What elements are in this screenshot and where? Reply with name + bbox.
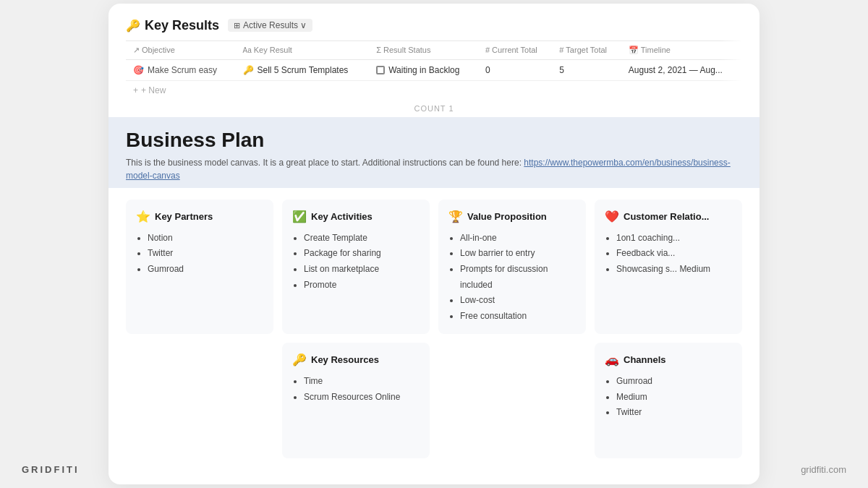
key-activities-header: ✅ Key Activities [292, 210, 420, 223]
check-icon: ✅ [292, 210, 307, 223]
kr-header: 🔑 Key Results ⊞ Active Results ∨ [126, 18, 742, 33]
key-icon2: 🔑 [243, 65, 254, 75]
list-item: List on marketplace [304, 262, 420, 278]
col-timeline: 📅 Timeline [621, 40, 742, 59]
customer-relations-header: ❤️ Customer Relatio... [605, 210, 732, 223]
key-resources-header: 🔑 Key Resources [292, 353, 420, 367]
table-icon: ⊞ [234, 21, 240, 30]
sigma-icon: Σ [376, 46, 381, 54]
plus-icon: + [133, 85, 138, 95]
channels-list: Gumroad Medium Twitter [605, 374, 732, 421]
canvas-grid-top: ⭐ Key Partners Notion Twitter Gumroad ✅ … [109, 188, 760, 335]
bp-title: Business Plan [126, 129, 742, 152]
list-item: Medium [616, 390, 732, 406]
heart-icon: ❤️ [605, 210, 619, 223]
star-icon: ⭐ [136, 210, 150, 223]
channels-title: Channels [624, 354, 666, 365]
key-resources-icon: 🔑 [292, 353, 307, 367]
bp-header: Business Plan This is the business model… [109, 117, 760, 188]
business-plan-section: Business Plan This is the business model… [109, 117, 760, 471]
hash-icon1: # [485, 46, 490, 54]
list-item: Promote [304, 278, 420, 294]
active-results-badge[interactable]: ⊞ Active Results ∨ [228, 19, 312, 32]
list-item: Scrum Resources Online [304, 390, 420, 406]
canvas-card-value-prop: 🏆 Value Proposition All-in-one Low barri… [438, 200, 586, 335]
list-item: Free consultation [460, 309, 576, 325]
channels-icon: 🚗 [605, 353, 619, 367]
count-row: COUNT 1 [126, 100, 742, 117]
canvas-card-channels: 🚗 Channels Gumroad Medium Twitter [595, 343, 742, 458]
value-prop-title: Value Proposition [467, 211, 547, 222]
canvas-card-customer-relations: ❤️ Customer Relatio... 1on1 coaching... … [595, 200, 742, 335]
key-activities-title: Key Activities [311, 211, 373, 222]
aa-icon: Aa [243, 46, 252, 54]
list-item: Twitter [616, 405, 732, 421]
list-item: Package for sharing [304, 246, 420, 262]
value-prop-header: 🏆 Value Proposition [448, 210, 576, 223]
status-dot [376, 66, 385, 74]
key-resources-list: Time Scrum Resources Online [292, 374, 420, 405]
cell-status: Waiting in Backlog [369, 59, 478, 80]
brand-right: gridfiti.com [801, 464, 846, 475]
new-label: + New [141, 85, 166, 95]
channels-header: 🚗 Channels [605, 353, 732, 367]
hash-icon2: # [559, 46, 563, 54]
kr-title: 🔑 Key Results [126, 18, 219, 33]
list-item: Low barrier to entry [460, 246, 576, 262]
bp-desc-text: This is the business model canvas. It is… [126, 158, 522, 168]
list-item: Gumroad [148, 262, 263, 278]
brand-left: GRIDFITI [22, 464, 80, 475]
new-row-button[interactable]: + + New [126, 81, 742, 100]
list-item: Twitter [148, 246, 263, 262]
cell-current: 0 [478, 59, 552, 80]
target-icon: 🎯 [133, 65, 144, 75]
customer-relations-title: Customer Relatio... [624, 211, 709, 222]
list-item: Notion [148, 231, 263, 247]
list-item: All-in-one [460, 231, 576, 247]
key-results-section: 🔑 Key Results ⊞ Active Results ∨ ↗ Objec… [109, 4, 760, 117]
main-card: 🔑 Key Results ⊞ Active Results ∨ ↗ Objec… [109, 4, 760, 485]
trophy-icon: 🏆 [448, 210, 463, 223]
kr-title-text: Key Results [145, 18, 219, 33]
bp-desc: This is the business model canvas. It is… [126, 156, 742, 182]
cell-objective: 🎯 Make Scrum easy [126, 59, 236, 80]
col-target: # Target Total [552, 40, 621, 59]
list-item: Low-cost [460, 293, 576, 309]
key-partners-header: ⭐ Key Partners [136, 210, 263, 223]
kr-table: ↗ Objective Aa Key Result [126, 40, 742, 81]
cell-target: 5 [552, 59, 621, 80]
list-item: Gumroad [616, 374, 732, 390]
value-prop-list: All-in-one Low barrier to entry Prompts … [448, 231, 576, 325]
canvas-card-key-resources: 🔑 Key Resources Time Scrum Resources Onl… [282, 343, 430, 458]
canvas-card-key-partners: ⭐ Key Partners Notion Twitter Gumroad [126, 200, 273, 335]
col-current: # Current Total [478, 40, 552, 59]
key-partners-list: Notion Twitter Gumroad [136, 231, 263, 278]
canvas-grid-bottom: 🔑 Key Resources Time Scrum Resources Onl… [109, 334, 760, 470]
key-icon: 🔑 [126, 19, 140, 33]
key-resources-title: Key Resources [311, 354, 379, 365]
badge-label: Active Results ∨ [243, 20, 307, 30]
list-item: Showcasing s... Medium [616, 262, 732, 278]
cell-keyresult: 🔑 Sell 5 Scrum Templates [236, 59, 370, 80]
list-item: Prompts for discussion included [460, 262, 576, 293]
calendar-icon: 📅 [629, 46, 639, 55]
customer-relations-list: 1on1 coaching... Feedback via... Showcas… [605, 231, 732, 278]
cell-timeline: August 2, 2021 — Aug... [621, 59, 742, 80]
count-label: COUNT 1 [414, 104, 454, 113]
list-item: 1on1 coaching... [616, 231, 732, 247]
kr-table-wrapper: ↗ Objective Aa Key Result [126, 40, 742, 81]
canvas-empty-2 [438, 343, 586, 458]
list-item: Feedback via... [616, 246, 732, 262]
key-partners-title: Key Partners [155, 211, 213, 222]
list-item: Time [304, 374, 420, 390]
col-objective: ↗ Objective [126, 40, 236, 59]
key-activities-list: Create Template Package for sharing List… [292, 231, 420, 293]
col-status: Σ Result Status [369, 40, 478, 59]
canvas-empty-1 [126, 343, 273, 458]
col-keyresult: Aa Key Result [236, 40, 370, 59]
list-item: Create Template [304, 231, 420, 247]
table-row[interactable]: 🎯 Make Scrum easy 🔑 Sell 5 Scrum Templat… [126, 59, 742, 80]
arrow-icon: ↗ [133, 46, 140, 55]
canvas-card-key-activities: ✅ Key Activities Create Template Package… [282, 200, 430, 335]
